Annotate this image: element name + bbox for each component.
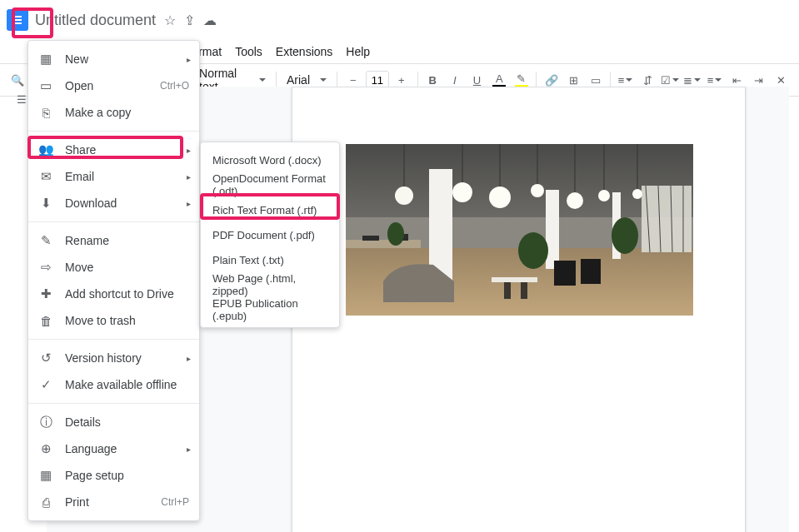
svg-point-14 bbox=[531, 184, 544, 197]
svg-point-33 bbox=[518, 232, 548, 269]
menu-item-label: New bbox=[65, 52, 88, 66]
new-icon: ▦ bbox=[38, 52, 53, 67]
menu-item-label: Make available offline bbox=[65, 378, 177, 391]
menu-item-label: Print bbox=[65, 495, 89, 509]
svg-rect-31 bbox=[554, 261, 576, 286]
details-icon: ⓘ bbox=[38, 415, 53, 430]
menu-item-label: Email bbox=[65, 170, 94, 183]
shortcut-label: Ctrl+O bbox=[160, 80, 189, 92]
menu-item-label: Language bbox=[65, 442, 117, 455]
file-menu-open[interactable]: ▭OpenCtrl+O bbox=[28, 72, 199, 99]
svg-rect-4 bbox=[546, 190, 559, 269]
menu-item-label: Add shortcut to Drive bbox=[65, 287, 174, 301]
search-icon[interactable]: 🔍 bbox=[8, 69, 27, 91]
submenu-arrow-icon: ▸ bbox=[187, 199, 191, 208]
svg-point-17 bbox=[632, 189, 642, 199]
svg-rect-32 bbox=[581, 259, 601, 284]
menu-item-label: Open bbox=[65, 79, 93, 92]
star-icon[interactable]: ☆ bbox=[164, 12, 176, 28]
make-available-offline-icon: ✓ bbox=[38, 377, 53, 392]
file-menu-make-a-copy[interactable]: ⎘Make a copy bbox=[28, 99, 199, 126]
menu-item-label: Details bbox=[65, 415, 101, 429]
svg-point-16 bbox=[598, 190, 610, 201]
file-menu-rename[interactable]: ✎Rename bbox=[28, 227, 199, 254]
svg-rect-28 bbox=[492, 277, 537, 282]
file-menu-language[interactable]: ⊕Language▸ bbox=[28, 435, 199, 462]
svg-point-34 bbox=[612, 217, 638, 254]
download-option-microsoft[interactable]: Microsoft Word (.docx) bbox=[201, 147, 339, 172]
file-menu-move[interactable]: ⇨Move bbox=[28, 254, 199, 281]
menu-item-label: Make a copy bbox=[65, 106, 131, 119]
move-icon: ⇨ bbox=[38, 260, 53, 275]
menu-item-label: Version history bbox=[65, 351, 142, 365]
menu-item-label: Move to trash bbox=[65, 314, 136, 327]
submenu-arrow-icon: ▸ bbox=[187, 445, 191, 454]
menu-help[interactable]: Help bbox=[339, 42, 377, 62]
svg-rect-25 bbox=[346, 240, 421, 248]
submenu-arrow-icon: ▸ bbox=[187, 146, 191, 155]
email-icon: ✉ bbox=[38, 169, 53, 184]
svg-point-12 bbox=[452, 182, 472, 202]
file-menu-print[interactable]: ⎙PrintCtrl+P bbox=[28, 489, 199, 515]
print-icon: ⎙ bbox=[38, 495, 53, 510]
menu-item-label: Page setup bbox=[65, 469, 124, 482]
file-menu-dropdown: ▦New▸▭OpenCtrl+O⎘Make a copy👥Share▸✉Emai… bbox=[27, 40, 200, 521]
download-option-opendocument[interactable]: OpenDocument Format (.odt) bbox=[201, 172, 339, 197]
svg-point-35 bbox=[387, 222, 404, 246]
menu-item-label: Share bbox=[65, 143, 96, 157]
svg-point-15 bbox=[567, 192, 583, 209]
language-icon: ⊕ bbox=[38, 441, 53, 456]
download-icon: ⬇ bbox=[38, 196, 53, 211]
file-menu-details[interactable]: ⓘDetails bbox=[28, 409, 199, 435]
share-icon: 👥 bbox=[38, 142, 53, 157]
header: Untitled document ☆ ⇪ ☁ bbox=[0, 0, 799, 40]
svg-rect-0 bbox=[346, 144, 693, 219]
download-option-epub[interactable]: EPUB Publication (.epub) bbox=[201, 297, 339, 322]
file-menu-make-available-offline[interactable]: ✓Make available offline bbox=[28, 371, 199, 398]
make-a-copy-icon: ⎘ bbox=[38, 106, 53, 120]
shortcut-label: Ctrl+P bbox=[161, 496, 189, 508]
file-menu-share[interactable]: 👥Share▸ bbox=[28, 137, 199, 163]
download-option-rich[interactable]: Rich Text Format (.rtf) bbox=[201, 197, 339, 222]
move-folder-icon[interactable]: ⇪ bbox=[184, 12, 195, 28]
submenu-arrow-icon: ▸ bbox=[187, 354, 191, 363]
submenu-arrow-icon: ▸ bbox=[187, 172, 191, 181]
file-menu-new[interactable]: ▦New▸ bbox=[28, 46, 199, 72]
rename-icon: ✎ bbox=[38, 233, 53, 248]
page[interactable] bbox=[292, 87, 746, 532]
move-to-trash-icon: 🗑 bbox=[38, 314, 53, 328]
file-menu-email[interactable]: ✉Email▸ bbox=[28, 163, 199, 190]
add-shortcut-to-drive-icon: ✚ bbox=[38, 286, 53, 301]
menu-item-label: Move bbox=[65, 261, 93, 274]
document-title[interactable]: Untitled document bbox=[35, 12, 156, 29]
menu-item-label: Download bbox=[65, 196, 117, 210]
download-option-plain[interactable]: Plain Text (.txt) bbox=[201, 247, 339, 272]
file-menu-add-shortcut-to-drive[interactable]: ✚Add shortcut to Drive bbox=[28, 281, 199, 307]
svg-rect-26 bbox=[362, 236, 379, 241]
svg-rect-30 bbox=[521, 282, 527, 299]
inserted-image[interactable] bbox=[346, 144, 693, 316]
open-icon: ▭ bbox=[38, 78, 53, 93]
download-option-web[interactable]: Web Page (.html, zipped) bbox=[201, 272, 339, 297]
menu-item-label: Rename bbox=[65, 234, 109, 247]
svg-rect-29 bbox=[504, 282, 511, 299]
title-icons: ☆ ⇪ ☁ bbox=[164, 12, 217, 28]
page-setup-icon: ▦ bbox=[38, 468, 53, 483]
file-menu-download[interactable]: ⬇Download▸ bbox=[28, 190, 199, 216]
version-history-icon: ↺ bbox=[38, 351, 53, 365]
menu-extensions[interactable]: Extensions bbox=[269, 42, 339, 62]
svg-point-13 bbox=[489, 186, 511, 208]
cloud-status-icon[interactable]: ☁ bbox=[203, 12, 217, 28]
submenu-arrow-icon: ▸ bbox=[187, 55, 191, 64]
file-menu-move-to-trash[interactable]: 🗑Move to trash bbox=[28, 307, 199, 334]
svg-point-11 bbox=[395, 186, 413, 205]
file-menu-version-history[interactable]: ↺Version history▸ bbox=[28, 345, 199, 371]
file-menu-page-setup[interactable]: ▦Page setup bbox=[28, 462, 199, 489]
download-option-pdf[interactable]: PDF Document (.pdf) bbox=[201, 222, 339, 247]
download-submenu: Microsoft Word (.docx)OpenDocument Forma… bbox=[200, 142, 340, 328]
menu-tools[interactable]: Tools bbox=[228, 42, 269, 62]
docs-logo-icon[interactable] bbox=[7, 9, 28, 31]
